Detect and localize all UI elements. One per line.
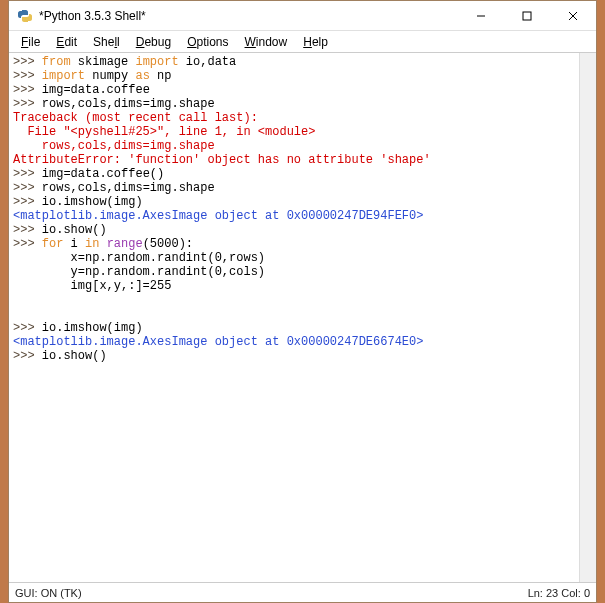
menu-debug[interactable]: Debug [136,35,171,49]
menu-edit[interactable]: Edit [56,35,77,49]
editor-area[interactable]: >>> from skimage import io,data >>> impo… [9,53,596,582]
maximize-button[interactable] [504,1,550,30]
menu-window[interactable]: Window [245,35,288,49]
minimize-button[interactable] [458,1,504,30]
app-window: *Python 3.5.3 Shell* File Edit Shell Deb… [8,0,597,603]
titlebar[interactable]: *Python 3.5.3 Shell* [9,1,596,31]
close-button[interactable] [550,1,596,30]
status-right: Ln: 23 Col: 0 [528,587,590,599]
svg-rect-1 [523,12,531,20]
menu-shell[interactable]: Shell [93,35,120,49]
statusbar: GUI: ON (TK) Ln: 23 Col: 0 [9,582,596,602]
vertical-scrollbar[interactable] [579,53,596,582]
menu-help[interactable]: Help [303,35,328,49]
window-title: *Python 3.5.3 Shell* [39,9,458,23]
python-icon [17,8,33,24]
status-left: GUI: ON (TK) [15,587,82,599]
menubar: File Edit Shell Debug Options Window Hel… [9,31,596,53]
window-controls [458,1,596,30]
menu-file[interactable]: File [21,35,40,49]
code-content[interactable]: >>> from skimage import io,data >>> impo… [9,53,596,365]
menu-options[interactable]: Options [187,35,228,49]
